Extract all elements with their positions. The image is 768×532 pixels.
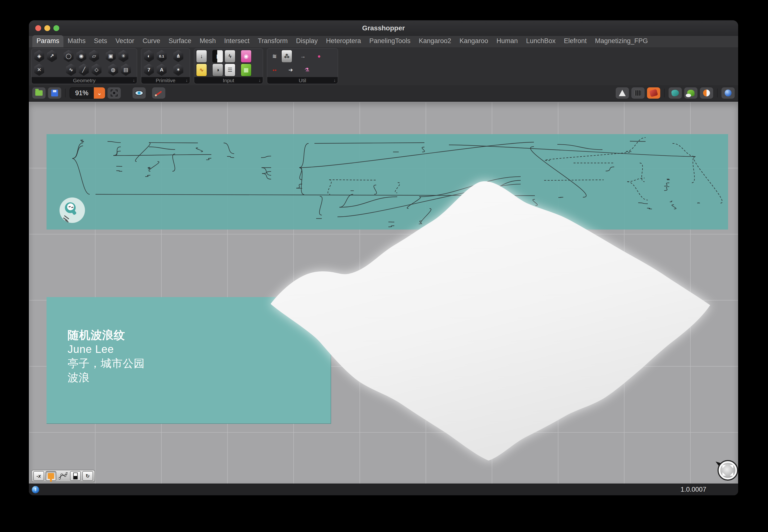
notification-balloon-icon[interactable]: ! [32, 486, 39, 493]
pen-icon [155, 89, 162, 97]
preview-custom-teal-button[interactable] [669, 87, 682, 99]
annotation-panel[interactable]: 随机波浪纹June Lee亭子，城市公园波浪 [46, 297, 331, 424]
group-label-primitive[interactable]: Primitive↓ [141, 77, 190, 84]
chevron-down-icon[interactable]: ⌄ [94, 87, 105, 99]
zoom-level-value: 91% [69, 87, 94, 99]
tab-vector[interactable]: Vector [111, 35, 138, 47]
tab-maths[interactable]: Maths [63, 35, 90, 47]
toggle-icon[interactable]: ▮ [212, 50, 223, 63]
expression-widget-button[interactable]: -x [33, 471, 44, 481]
group-label-util[interactable]: Util↓ [267, 77, 338, 84]
open-file-button[interactable] [32, 87, 46, 99]
text-param-icon[interactable]: A [156, 64, 167, 76]
colour-swatch-icon[interactable]: ▦ [241, 64, 252, 76]
group-label-geometry[interactable]: Geometry↓ [32, 77, 137, 84]
save-file-button[interactable] [48, 87, 61, 99]
wire-display-button[interactable] [58, 471, 69, 481]
preview-custom-ball-button[interactable] [700, 87, 713, 99]
green-blob-icon [687, 90, 695, 96]
canvas-navigation-ball[interactable] [712, 456, 738, 482]
paint-drip-icon [48, 473, 54, 479]
mesh-param-icon[interactable]: ✳ [118, 50, 129, 62]
param-geometry-icon[interactable]: ◈ [34, 50, 45, 62]
integer-param-icon[interactable]: 7 [143, 64, 154, 76]
line-param-icon[interactable]: ╱ [78, 64, 89, 76]
tab-lunchbox[interactable]: LunchBox [522, 35, 559, 47]
jump-arrow-icon[interactable]: ➔ [285, 64, 296, 76]
multiline-panel-icon[interactable]: ☰ [225, 64, 235, 76]
tab-intersect[interactable]: Intersect [220, 35, 254, 47]
eye-icon [135, 91, 143, 95]
tab-surface[interactable]: Surface [164, 35, 196, 47]
graph-mapper-icon[interactable]: ϟ [225, 50, 235, 63]
knob-icon[interactable]: ◉ [241, 50, 252, 63]
tab-params[interactable]: Params [32, 35, 63, 47]
toolbar-group-input: ↓▮ϟ◉∿◑☰▦Input↓ [194, 48, 263, 84]
preview-shaded-button[interactable] [647, 87, 660, 99]
preview-state-button[interactable] [70, 471, 81, 481]
gradient-icon[interactable]: ◑ [212, 64, 223, 76]
preview-shaded-icon [649, 89, 658, 97]
sketch-icon[interactable]: ≋ [269, 50, 280, 63]
tab-kangaroo[interactable]: Kangaroo [455, 35, 492, 47]
tab-elefront[interactable]: Elefront [559, 35, 591, 47]
tab-transform[interactable]: Transform [254, 35, 292, 47]
tab-panelingtools[interactable]: PanelingTools [365, 35, 415, 47]
preview-wireframe-button[interactable] [631, 87, 645, 99]
save-floppy-icon [51, 90, 58, 96]
tab-sets[interactable]: Sets [90, 35, 111, 47]
relay-arrow-icon[interactable]: → [298, 50, 308, 63]
spiral-param-icon[interactable]: ◉ [76, 50, 87, 62]
data-path-icon[interactable]: ⋔ [173, 50, 184, 62]
twisted-box-icon[interactable]: ◇ [91, 64, 102, 76]
number-slider-icon[interactable]: ↓ [196, 50, 207, 63]
preview-toggle-button[interactable] [132, 87, 146, 99]
geometry-pipeline-icon[interactable]: ↗ [46, 50, 58, 62]
tab-magnetizing_fpg[interactable]: Magnetizing_FPG [591, 35, 652, 47]
flask-icon[interactable]: ⚗ [302, 64, 312, 76]
blob-param-icon[interactable]: ◍ [107, 64, 119, 76]
boolean-param-icon[interactable]: ◐ [143, 50, 154, 62]
hint-lightbulb-widget[interactable] [59, 197, 85, 223]
group-expand-icon[interactable]: ↓ [334, 78, 336, 83]
panel-icon[interactable]: ∿ [196, 64, 207, 76]
preview-wireframe-icon [634, 90, 642, 96]
paint-widget-button[interactable] [46, 471, 56, 481]
circle-param-icon[interactable]: ◯ [63, 50, 74, 62]
grasshopper-canvas[interactable]: 随机波浪纹June Lee亭子，城市公园波浪 [29, 102, 738, 484]
graph-wires [46, 134, 728, 230]
tab-curve[interactable]: Curve [138, 35, 164, 47]
tab-display[interactable]: Display [292, 35, 322, 47]
solver-timer-button[interactable]: ↻ [82, 471, 93, 481]
null-item-icon[interactable]: ✕ [34, 64, 45, 76]
preview-off-button[interactable] [616, 87, 629, 99]
group-expand-icon[interactable]: ↓ [259, 78, 261, 83]
group-expand-icon[interactable]: ↓ [185, 78, 188, 83]
toolbar-separator [717, 89, 718, 97]
zoom-extents-button[interactable] [107, 87, 121, 99]
zoom-dropdown[interactable]: 91% ⌄ [69, 87, 105, 99]
version-label: 1.0.0007 [681, 486, 706, 493]
sketch-tool-button[interactable] [152, 87, 165, 99]
curve-param-icon[interactable]: ∿ [65, 64, 77, 76]
grasshopper-window: Grasshopper ParamsMathsSetsVectorCurveSu… [29, 20, 738, 495]
remote-panel-button[interactable] [722, 87, 735, 99]
star-param-icon[interactable]: ✶ [173, 64, 184, 76]
node-graph-group[interactable] [46, 134, 728, 230]
annotation-line: June Lee [68, 342, 145, 356]
galapagos-icon[interactable]: ● [314, 50, 325, 63]
tab-human[interactable]: Human [492, 35, 522, 47]
surface-param-icon[interactable]: ▤ [120, 64, 131, 76]
group-expand-icon[interactable]: ↓ [133, 78, 135, 83]
tab-heteroptera[interactable]: Heteroptera [322, 35, 365, 47]
tab-kangaroo2[interactable]: Kangaroo2 [415, 35, 455, 47]
data-tree-icon[interactable]: ⁂ [281, 50, 292, 63]
number-param-icon[interactable]: 0.1 [156, 50, 167, 62]
toolbar-group-geometry: ◈↗◯◉▱▣✳✕∿╱◇◍▤Geometry↓ [31, 48, 137, 84]
group-label-input[interactable]: Input↓ [194, 77, 263, 84]
plane-param-icon[interactable]: ▱ [88, 50, 100, 62]
tab-mesh[interactable]: Mesh [196, 35, 220, 47]
cherry-picker-icon[interactable]: ●● [269, 64, 280, 76]
box-param-icon[interactable]: ▣ [105, 50, 116, 62]
preview-custom-green-button[interactable] [684, 87, 698, 99]
